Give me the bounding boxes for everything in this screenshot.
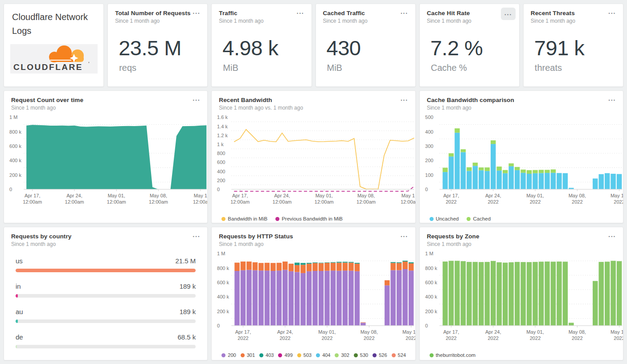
legend-dot-icon	[241, 353, 245, 357]
panel-title: Recent Bandwidth	[219, 97, 408, 103]
svg-text:200 k: 200 k	[425, 309, 437, 314]
svg-text:1.2 k: 1.2 k	[217, 133, 228, 138]
svg-text:600: 600	[217, 160, 225, 165]
legend-item[interactable]: 503	[297, 352, 311, 358]
panel-menu-button[interactable]: ...	[606, 7, 619, 16]
panel-menu-button[interactable]: ...	[398, 230, 411, 240]
legend-item[interactable]: 524	[392, 352, 406, 358]
panel-menu-button[interactable]: ...	[606, 230, 619, 240]
legend-item[interactable]: 301	[241, 352, 255, 358]
panel-menu-button[interactable]: ...	[398, 7, 411, 16]
panel-menu-button[interactable]: ...	[501, 8, 516, 20]
legend-item[interactable]: Previous Bandwidth in MiB	[275, 216, 343, 221]
svg-text:12:00am: 12:00am	[273, 199, 292, 204]
country-row: de68.5 k	[16, 333, 196, 348]
svg-text:2022: 2022	[572, 199, 583, 204]
svg-text:200: 200	[425, 158, 433, 163]
svg-text:600 k: 600 k	[217, 280, 229, 285]
panel-subtitle: Since 1 month ago	[219, 241, 408, 247]
legend-label: theburritobot.com	[436, 352, 476, 358]
svg-text:400 k: 400 k	[217, 294, 229, 299]
legend-dot-icon	[373, 353, 377, 357]
svg-text:2022: 2022	[572, 335, 583, 341]
http-status-chart[interactable]: 0200 k400 k600 k800 k1 MApr 17,2022Apr 2…	[212, 249, 415, 350]
legend-label: Cached	[473, 216, 491, 221]
svg-text:2022: 2022	[529, 199, 541, 204]
chart-legend: 200301403499503404302530526524	[212, 350, 415, 360]
panel-subtitle: Since 1 month ago	[11, 105, 200, 111]
panel-menu-button[interactable]: ...	[190, 94, 203, 103]
svg-text:Apr 24,: Apr 24,	[275, 193, 291, 198]
svg-text:500: 500	[425, 115, 433, 120]
panel-menu-button[interactable]: ...	[190, 230, 203, 240]
request-count-chart[interactable]: 0200 k400 k600 k800 k1 MApr 17,12:00amAp…	[4, 113, 207, 214]
panel-requests-by-http-status: Requests by HTTP Status Since 1 month ag…	[211, 227, 415, 360]
svg-text:2022: 2022	[446, 335, 457, 341]
svg-text:May 01,: May 01,	[526, 329, 544, 335]
panel-menu-button[interactable]: ...	[294, 7, 307, 16]
panel-requests-by-country: Requests by country Since 1 month ago ..…	[4, 227, 208, 360]
panel-title: Requests by Zone	[427, 233, 616, 240]
legend-item[interactable]: 302	[335, 352, 349, 358]
svg-text:0: 0	[9, 187, 12, 192]
legend-item[interactable]: Cached	[467, 216, 491, 221]
legend-label: 526	[379, 352, 387, 358]
svg-text:300: 300	[425, 143, 433, 149]
stat-unit: MiB	[212, 63, 311, 73]
legend-dot-icon	[297, 353, 301, 357]
svg-text:2022: 2022	[614, 199, 623, 204]
legend-item[interactable]: 404	[316, 352, 330, 358]
legend-dot-icon	[275, 217, 279, 221]
svg-text:2022: 2022	[488, 199, 499, 204]
svg-text:400 k: 400 k	[425, 294, 437, 299]
legend-dot-icon	[354, 353, 358, 357]
charts-row-2: Requests by country Since 1 month ago ..…	[4, 227, 623, 360]
legend-item[interactable]: 403	[259, 352, 274, 358]
svg-text:Apr 17,: Apr 17,	[443, 329, 459, 335]
svg-text:1 M: 1 M	[425, 251, 433, 256]
svg-text:12:00am: 12:00am	[315, 199, 334, 204]
legend-item[interactable]: Uncached	[430, 216, 459, 221]
svg-text:Apr 17,: Apr 17,	[232, 193, 248, 198]
panel-subtitle: Since 1 month ago	[531, 18, 616, 24]
country-bar-fill	[16, 294, 18, 298]
svg-text:1 M: 1 M	[217, 251, 225, 256]
svg-text:400 k: 400 k	[9, 158, 21, 163]
legend-item[interactable]: 499	[278, 352, 292, 358]
svg-text:May 01,: May 01,	[319, 329, 336, 335]
panel-title: Request Count over time	[11, 97, 200, 103]
svg-text:600 k: 600 k	[425, 280, 437, 285]
country-bar-fill	[16, 319, 18, 323]
panel-menu-button[interactable]: ...	[398, 94, 411, 103]
panel-menu-button[interactable]: ...	[190, 7, 203, 16]
stat-value: 791 k	[524, 36, 623, 60]
svg-text:May 08,: May 08,	[568, 329, 586, 335]
chart-legend: theburritobot.com	[420, 350, 623, 360]
recent-bandwidth-chart[interactable]: 02004006008001 k1.2 k1.4 k1.6 kApr 17,12…	[212, 113, 415, 214]
panel-cloudflare-network-logs: Cloudflare Network Logs CLOUDFLARE ’	[4, 4, 104, 87]
legend-label: 301	[247, 352, 255, 358]
legend-item[interactable]: theburritobot.com	[430, 352, 476, 358]
cache-bandwidth-chart[interactable]: 0100200300400500Apr 17,2022Apr 24,2022Ma…	[420, 113, 623, 214]
legend-item[interactable]: 530	[354, 352, 368, 358]
panel-title: Traffic	[219, 10, 304, 16]
chart-legend: UncachedCached	[420, 214, 623, 223]
svg-text:400: 400	[217, 168, 225, 174]
svg-text:0: 0	[425, 323, 428, 328]
svg-text:May 08,: May 08,	[357, 193, 375, 198]
svg-text:May 15,: May 15,	[402, 329, 415, 335]
panel-cache-hit-rate: Cache Hit Rate Since 1 month ago ... 7.2…	[419, 4, 520, 87]
legend-item[interactable]: 200	[221, 352, 236, 358]
cloudflare-logo-mark: ’	[88, 61, 90, 67]
legend-item[interactable]: Bandwidth in MiB	[221, 216, 267, 221]
legend-item[interactable]: 526	[373, 352, 387, 358]
panel-menu-button[interactable]: ...	[606, 94, 619, 103]
svg-text:May 08,: May 08,	[568, 193, 586, 198]
svg-text:May 15,: May 15,	[611, 193, 623, 198]
panel-subtitle: Since 1 month ago	[427, 241, 616, 247]
svg-text:2022: 2022	[614, 335, 623, 341]
legend-dot-icon	[221, 353, 225, 357]
svg-text:12:00am: 12:00am	[357, 199, 376, 204]
zone-chart[interactable]: 0200 k400 k600 k800 k1 MApr 17,2022Apr 2…	[420, 249, 623, 350]
legend-dot-icon	[221, 217, 225, 221]
